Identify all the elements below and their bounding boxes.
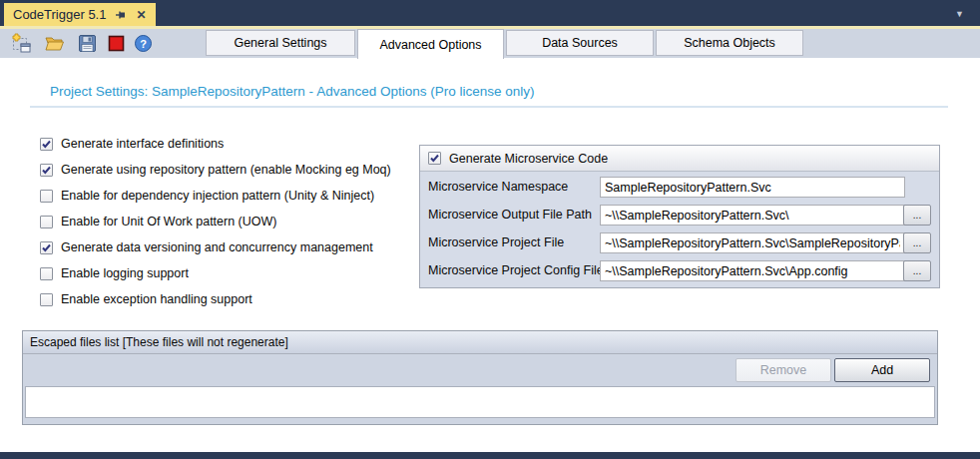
new-project-icon[interactable] bbox=[11, 33, 32, 54]
help-icon[interactable]: ? bbox=[133, 33, 154, 54]
microservice-groupbox-title: Generate Microservice Code bbox=[449, 152, 608, 166]
checkbox[interactable] bbox=[40, 267, 53, 280]
svg-text:?: ? bbox=[140, 38, 147, 50]
field-label: Microservice Project File bbox=[428, 232, 564, 253]
chevron-down-icon[interactable]: ▼ bbox=[955, 9, 964, 19]
remove-button[interactable]: Remove bbox=[735, 358, 831, 382]
escaped-files-list[interactable] bbox=[25, 386, 935, 418]
codetrigger-window: { "window": { "doc_tab_title": "CodeTrig… bbox=[0, 0, 980, 459]
microservice-namespace-input[interactable] bbox=[600, 177, 905, 198]
microservice-namespace-row: Microservice Namespace bbox=[428, 177, 931, 198]
generate-microservice-checkbox[interactable] bbox=[428, 152, 441, 165]
option-label: Enable exception handling support bbox=[61, 292, 252, 306]
option-data-versioning[interactable]: Generate data versioning and concurrency… bbox=[40, 234, 409, 260]
title-divider bbox=[30, 106, 948, 108]
add-button[interactable]: Add bbox=[834, 358, 930, 382]
microservice-groupbox: Generate Microservice Code Microservice … bbox=[419, 145, 940, 288]
document-tab-codetrigger[interactable]: CodeTrigger 5.1 ✕ bbox=[4, 3, 156, 26]
microservice-config-file-row: Microservice Project Config File ... bbox=[428, 260, 931, 281]
title-bar: CodeTrigger 5.1 ✕ ▼ bbox=[0, 0, 980, 26]
option-label: Enable for dependency injection pattern … bbox=[61, 189, 374, 203]
option-label: Enable for Unit Of Work pattern (UOW) bbox=[61, 215, 277, 229]
tab-data-sources[interactable]: Data Sources bbox=[506, 30, 654, 56]
browse-project-file-button[interactable]: ... bbox=[903, 232, 931, 253]
microservice-output-path-row: Microservice Output File Path ... bbox=[428, 205, 931, 226]
bottom-bar bbox=[0, 452, 980, 459]
field-label: Microservice Namespace bbox=[428, 177, 568, 198]
option-dependency-injection[interactable]: Enable for dependency injection pattern … bbox=[40, 183, 409, 209]
option-repository-pattern[interactable]: Generate using repository pattern (enabl… bbox=[40, 157, 409, 183]
document-tab-label: CodeTrigger 5.1 bbox=[13, 7, 106, 22]
browse-output-path-button[interactable]: ... bbox=[903, 205, 931, 226]
microservice-project-file-row: Microservice Project File ... bbox=[428, 232, 931, 253]
checkbox[interactable] bbox=[40, 216, 53, 229]
option-label: Generate using repository pattern (enabl… bbox=[61, 163, 391, 177]
option-exception-handling[interactable]: Enable exception handling support bbox=[40, 286, 409, 312]
field-label: Microservice Output File Path bbox=[428, 205, 592, 226]
escaped-files-buttons: Remove Add bbox=[23, 353, 937, 386]
checkbox[interactable] bbox=[40, 293, 53, 306]
checkbox[interactable] bbox=[40, 190, 53, 203]
pin-icon[interactable] bbox=[115, 9, 127, 21]
option-generate-interface-definitions[interactable]: Generate interface definitions bbox=[40, 131, 409, 157]
option-label: Generate interface definitions bbox=[61, 137, 224, 151]
microservice-groupbox-header: Generate Microservice Code bbox=[420, 146, 939, 172]
field-label: Microservice Project Config File bbox=[428, 260, 604, 281]
escaped-files-header: Escaped files list [These files will not… bbox=[23, 331, 937, 354]
save-icon[interactable] bbox=[77, 33, 98, 54]
microservice-output-path-input[interactable] bbox=[600, 205, 905, 226]
microservice-config-file-input[interactable] bbox=[600, 260, 905, 281]
escaped-files-title: Escaped files list [These files will not… bbox=[30, 335, 288, 349]
tab-schema-objects[interactable]: Schema Objects bbox=[656, 30, 803, 56]
open-folder-icon[interactable] bbox=[44, 33, 65, 54]
checkbox[interactable] bbox=[40, 138, 53, 151]
escaped-files-panel: Escaped files list [These files will not… bbox=[22, 330, 938, 425]
option-label: Generate data versioning and concurrency… bbox=[61, 240, 373, 254]
close-icon[interactable]: ✕ bbox=[136, 9, 146, 21]
stop-icon[interactable] bbox=[106, 33, 127, 54]
browse-config-file-button[interactable]: ... bbox=[903, 260, 931, 281]
option-unit-of-work[interactable]: Enable for Unit Of Work pattern (UOW) bbox=[40, 209, 409, 234]
option-label: Enable logging support bbox=[61, 266, 189, 280]
microservice-project-file-input[interactable] bbox=[600, 232, 905, 253]
checkbox[interactable] bbox=[40, 164, 53, 177]
tab-advanced-options[interactable]: Advanced Options bbox=[357, 29, 504, 59]
option-logging-support[interactable]: Enable logging support bbox=[40, 260, 409, 286]
checkbox[interactable] bbox=[40, 241, 53, 254]
tab-general-settings[interactable]: General Settings bbox=[206, 30, 355, 56]
options-list: Generate interface definitions Generate … bbox=[40, 131, 409, 312]
page-title: Project Settings: SampleRepositoryPatter… bbox=[50, 84, 535, 99]
